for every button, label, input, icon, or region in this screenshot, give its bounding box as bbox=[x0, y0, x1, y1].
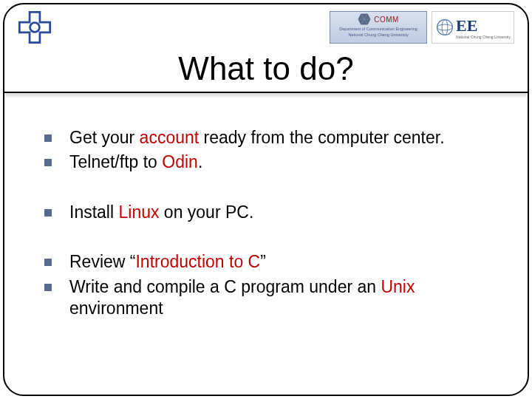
comm-label: COMM bbox=[374, 16, 399, 24]
ee-dept-logo: EE National Chung Cheng University bbox=[432, 11, 514, 44]
svg-point-1 bbox=[30, 23, 40, 33]
svg-point-8 bbox=[442, 20, 448, 35]
comm-sub2: National Chung Cheng University bbox=[348, 33, 408, 37]
bullet-text: Write and compile a C program under an U… bbox=[69, 276, 498, 320]
bullet-text: Review “Introduction to C” bbox=[69, 251, 498, 273]
highlight: Unix bbox=[381, 277, 415, 296]
cross-emblem-icon bbox=[18, 10, 52, 44]
svg-point-6 bbox=[437, 20, 453, 35]
list-item: Telnet/ftp to Odin. bbox=[44, 151, 498, 173]
right-logo-group: COMM Department of Communication Enginee… bbox=[330, 11, 514, 44]
left-university-logo bbox=[18, 10, 52, 44]
slide-content: Get your account ready from the computer… bbox=[44, 127, 498, 380]
bullet-text: Get your account ready from the computer… bbox=[69, 127, 498, 149]
list-item: Get your account ready from the computer… bbox=[44, 127, 498, 149]
bullet-icon bbox=[44, 134, 52, 142]
ee-text: EE bbox=[456, 16, 511, 35]
highlight: Odin bbox=[162, 152, 198, 171]
svg-point-7 bbox=[437, 24, 453, 30]
highlight: account bbox=[140, 128, 200, 147]
hexagon-icon bbox=[358, 13, 371, 25]
comm-dept-logo: COMM Department of Communication Enginee… bbox=[330, 11, 427, 44]
comm-sub1: Department of Communication Engineering bbox=[339, 27, 417, 31]
slide-title: What to do? bbox=[4, 50, 528, 87]
bullet-icon bbox=[44, 159, 52, 166]
bullet-icon bbox=[44, 209, 52, 216]
list-item: Install Linux on your PC. bbox=[44, 202, 498, 223]
list-item: Write and compile a C program under an U… bbox=[44, 276, 498, 320]
title-area: What to do? bbox=[4, 50, 528, 93]
highlight: Linux bbox=[118, 202, 159, 222]
title-underline bbox=[4, 92, 528, 93]
globe-icon bbox=[435, 18, 454, 37]
bullet-text: Telnet/ftp to Odin. bbox=[69, 151, 498, 173]
header-logos: COMM Department of Communication Enginee… bbox=[4, 4, 528, 46]
slide-frame: COMM Department of Communication Enginee… bbox=[3, 3, 529, 396]
svg-marker-0 bbox=[19, 12, 50, 42]
highlight: Introduction to C bbox=[135, 252, 260, 271]
ee-sub: National Chung Cheng University bbox=[456, 35, 511, 39]
bullet-icon bbox=[44, 259, 52, 266]
bullet-icon bbox=[44, 284, 52, 291]
bullet-text: Install Linux on your PC. bbox=[69, 202, 498, 223]
list-item: Review “Introduction to C” bbox=[44, 251, 498, 273]
